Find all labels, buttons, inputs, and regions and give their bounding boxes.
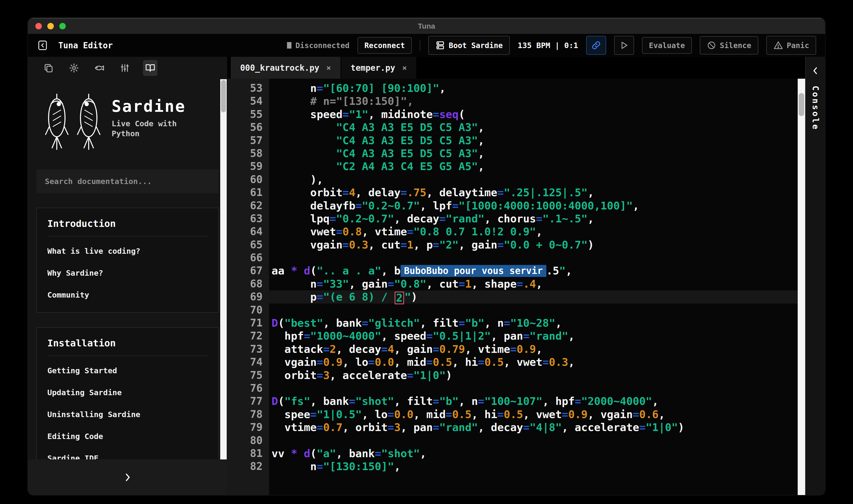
minimize-window-button[interactable] xyxy=(47,23,54,30)
code-token: bank xyxy=(336,317,362,329)
code-token: , xyxy=(478,121,484,133)
console-expand-button[interactable] xyxy=(811,65,820,76)
window-controls xyxy=(35,18,66,34)
code-line-69[interactable]: p="(e 6 8) / 2") xyxy=(269,290,798,303)
search-input[interactable] xyxy=(36,169,219,193)
docs-link[interactable]: Updating Sardine xyxy=(47,381,208,403)
code-token: = xyxy=(433,395,439,408)
code-line-54[interactable]: # n="[130:150]", xyxy=(269,95,798,108)
code-token: , xyxy=(588,408,601,420)
sidebar-expand-button[interactable] xyxy=(28,460,227,495)
docs-link[interactable]: Community xyxy=(47,284,208,306)
code-token: 0.5 xyxy=(433,356,452,368)
code-line-76[interactable] xyxy=(269,382,798,395)
code-line-58[interactable]: "C4 A3 A3 E5 D5 C5 A3", xyxy=(269,147,798,160)
code-token: pan xyxy=(413,421,433,434)
reconnect-button[interactable]: Reconnect xyxy=(357,37,412,54)
code-token: shape xyxy=(484,278,516,290)
code-token: # n="[130:150]", xyxy=(310,95,413,107)
tab-bar: 000_krautrock.py×temper.py× xyxy=(227,57,805,79)
sidebar-scrollbar[interactable] xyxy=(220,79,227,460)
docs-link[interactable]: Getting Started xyxy=(47,360,208,381)
code-token: p xyxy=(310,291,317,303)
code-line-78[interactable]: spee="1|0.5", lo=0.0, mid=0.5, hi=0.5, v… xyxy=(269,408,798,421)
silence-button[interactable]: Silence xyxy=(700,36,758,55)
code-line-61[interactable]: orbit=4, delay=.75, delaytime=".25|.125|… xyxy=(269,186,798,199)
editor-tab[interactable]: temper.py× xyxy=(341,57,417,79)
code-line-53[interactable]: n="[60:70] [90:100]", xyxy=(269,82,798,95)
code-token: 0.9 xyxy=(568,408,588,420)
code-token: = xyxy=(575,395,581,408)
sidebar-tool-files[interactable] xyxy=(41,60,56,76)
code-token: = xyxy=(439,212,446,225)
code-line-55[interactable]: speed="1", midinote=seq( xyxy=(269,108,798,121)
code-area[interactable]: n="[60:70] [90:100]", # n="[130:150]", s… xyxy=(269,79,798,495)
code-token: , xyxy=(420,317,433,329)
code-line-70[interactable] xyxy=(269,304,798,317)
line-number: 79 xyxy=(227,421,269,434)
docs-link[interactable]: Uninstalling Sardine xyxy=(47,403,208,425)
sidebar-tool-book[interactable] xyxy=(143,60,157,76)
line-number: 54 xyxy=(227,95,269,108)
code-line-68[interactable]: n="33", gain="0.8", cut=1, shape=.4, xyxy=(269,277,798,290)
code-line-63[interactable]: lpq="0.2~0.7", decay="rand", chorus=".1~… xyxy=(269,212,798,225)
code-line-73[interactable]: attack=2, decay=4, gain=0.79, vtime=0.9, xyxy=(269,343,798,356)
editor-tab[interactable]: 000_krautrock.py× xyxy=(231,57,341,79)
editor-scrollbar[interactable] xyxy=(798,79,805,495)
code-token: "shot" xyxy=(381,447,420,460)
code-line-59[interactable]: "C2 A4 A3 C4 E5 G5 A5", xyxy=(269,160,798,173)
code-line-81[interactable]: vv * d("a", bank="shot", xyxy=(269,447,798,460)
code-line-64[interactable]: vwet=0.8, vtime="0.8 0.7 1.0!2 0.9", xyxy=(269,225,798,238)
sidebar-tool-settings[interactable] xyxy=(67,60,81,76)
zoom-window-button[interactable] xyxy=(59,23,66,30)
code-line-65[interactable]: vgain=0.3, cut=1, p="2", gain="0.0 + 0~0… xyxy=(269,238,798,251)
code-line-77[interactable]: D("fs", bank="shot", filt="b", n="100~10… xyxy=(269,395,798,408)
sidebar-scrollbar-thumb[interactable] xyxy=(221,80,226,112)
code-line-80[interactable] xyxy=(269,434,798,447)
link-button[interactable] xyxy=(586,36,606,55)
code-line-56[interactable]: "C4 A3 A3 E5 D5 C5 A3", xyxy=(269,121,798,134)
play-button[interactable] xyxy=(614,36,634,55)
boot-sardine-label: Boot Sardine xyxy=(449,41,503,50)
code-token: , xyxy=(491,330,504,342)
code-line-82[interactable]: n="[130:150]", xyxy=(269,460,798,473)
console-panel: Console xyxy=(805,57,825,495)
code-token: "glitch" xyxy=(368,317,420,329)
code-line-57[interactable]: "C4 A3 A3 E5 D5 C5 A3", xyxy=(269,134,798,147)
sidebar-tool-fish[interactable] xyxy=(92,60,107,76)
boot-sardine-button[interactable]: Boot Sardine xyxy=(428,36,510,55)
code-token: , xyxy=(568,356,575,368)
docs-link[interactable]: Editing Code xyxy=(47,425,208,447)
code-line-66[interactable] xyxy=(269,251,798,264)
code-token: = xyxy=(323,343,330,355)
code-line-60[interactable]: ), xyxy=(269,173,798,186)
code-token: ) xyxy=(411,291,417,303)
evaluate-button[interactable]: Evaluate xyxy=(642,37,692,54)
code-token: , xyxy=(465,343,478,355)
code-line-79[interactable]: vtime=0.7, orbit=3, pan="rand", decay="4… xyxy=(269,421,798,434)
editor-scrollbar-thumb[interactable] xyxy=(799,93,804,116)
code-token: aa xyxy=(271,265,291,277)
code-line-75[interactable]: orbit=3, accelerate="1|0") xyxy=(269,369,798,382)
code-token: = xyxy=(401,238,407,251)
line-number: 59 xyxy=(227,160,269,173)
code-line-67[interactable]: aa * d(".. a . a", bBuboBubo pour vous s… xyxy=(269,264,798,277)
tab-close-icon[interactable]: × xyxy=(402,63,407,72)
sidebar-toggle-button[interactable] xyxy=(37,39,48,52)
docs-link[interactable]: Why Sardine? xyxy=(47,262,208,284)
code-token: vwet xyxy=(536,408,562,420)
close-window-button[interactable] xyxy=(35,23,42,30)
tab-close-icon[interactable]: × xyxy=(326,63,331,72)
sidebar-tool-sliders[interactable] xyxy=(118,60,132,76)
code-token: hpf xyxy=(284,330,304,342)
code-line-71[interactable]: D("best", bank="glitch", filt="b", n="10… xyxy=(269,317,798,329)
code-line-62[interactable]: delayfb="0.2~0.7", lpf="[1000:4000:1000:… xyxy=(269,199,798,212)
code-token: .4 xyxy=(523,278,536,290)
code-token: "10~28" xyxy=(510,317,555,329)
docs-link[interactable]: What is live coding? xyxy=(47,240,208,262)
panic-button[interactable]: Panic xyxy=(766,36,816,55)
code-token: 3 xyxy=(394,421,401,434)
code-token: D xyxy=(271,395,278,408)
code-line-72[interactable]: hpf="1000~4000", speed="0.5|1|2", pan="r… xyxy=(269,329,798,342)
code-line-74[interactable]: vgain=0.9, lo=0.0, mid=0.5, hi=0.5, vwet… xyxy=(269,356,798,368)
